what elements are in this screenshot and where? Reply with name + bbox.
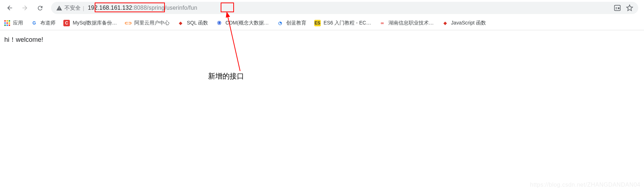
arrow-right-icon [21,4,28,12]
favicon-icon: ◔ [277,20,283,26]
url-port: :8088 [132,5,147,11]
svg-rect-2 [616,9,617,9]
bookmark-label: JavaScript 函数 [451,20,486,26]
insecure-label: 不安全 [64,5,81,12]
url-host: 192.168.161.132 [88,5,132,11]
url-path: /spring/userinfo/fun [147,5,197,11]
apps-grid-icon [4,20,10,26]
url-text: 192.168.161.132:8088/spring/userinfo/fun [88,5,197,11]
bookmark-item[interactable]: ES ES6 入门教程 - EC… [314,20,371,26]
favicon-icon: ∞ [379,20,386,26]
page-body: hi！welcome! [0,30,644,49]
bookmark-label: MySql数据库备份… [73,20,117,26]
reload-button[interactable] [34,2,46,14]
favicon-icon: ES [314,20,321,26]
bookmark-label: 布道师 [40,20,55,26]
apps-shortcut[interactable]: 应用 [4,20,23,26]
bookmark-item[interactable]: ◔ 创蓝教育 [277,20,306,26]
address-bar[interactable]: 不安全 | 192.168.161.132:8088/spring/userin… [51,2,638,14]
svg-rect-1 [616,7,617,8]
favicon-icon: C [63,20,70,26]
svg-rect-3 [618,7,620,9]
bookmark-item[interactable]: C MySql数据库备份… [63,20,117,26]
reload-icon [37,5,44,12]
apps-label: 应用 [13,20,23,26]
browser-toolbar: 不安全 | 192.168.161.132:8088/spring/userin… [0,0,644,16]
site-security-indicator[interactable]: 不安全 | [56,5,84,12]
svg-line-4 [227,14,240,71]
bookmark-item[interactable]: ∞ 湖南信息职业技术… [379,20,434,26]
bookmark-label: SQL 函数 [187,20,208,26]
bookmark-star-icon[interactable] [626,4,633,12]
bookmark-item[interactable]: ◆ JavaScript 函数 [442,20,486,26]
bookmark-label: 创蓝教育 [286,20,306,26]
divider: | [83,5,84,11]
annotation-label: 新增的接口 [208,71,244,81]
bookmark-label: 阿里云用户中心 [134,20,170,26]
favicon-icon: G [31,20,37,26]
annotation-arrow-icon [219,12,248,73]
bookmarks-bar: 应用 G 布道师 C MySql数据库备份… ⊂⊃ 阿里云用户中心 ◆ SQL … [0,16,644,30]
bookmark-label: ES6 入门教程 - EC… [324,20,371,26]
svg-rect-0 [614,5,620,11]
back-button[interactable] [4,2,16,14]
favicon-icon: ◆ [442,20,448,26]
bookmark-item[interactable]: ◆ SQL 函数 [177,20,208,26]
page-text: hi！welcome! [4,36,43,43]
favicon-icon: ⊂⊃ [125,20,131,26]
omnibox-actions [614,4,633,12]
bookmark-item[interactable]: G 布道师 [31,20,55,26]
install-icon[interactable] [614,5,621,11]
bookmark-label: 湖南信息职业技术… [388,20,434,26]
forward-button[interactable] [19,2,31,14]
arrow-left-icon [6,4,13,12]
warning-icon [56,5,62,11]
bookmark-item[interactable]: ⊂⊃ 阿里云用户中心 [125,20,170,26]
favicon-icon: ◆ [177,20,184,26]
watermark-text: https://blog.csdn.net/ZHANGDANDAN04 [530,182,640,188]
